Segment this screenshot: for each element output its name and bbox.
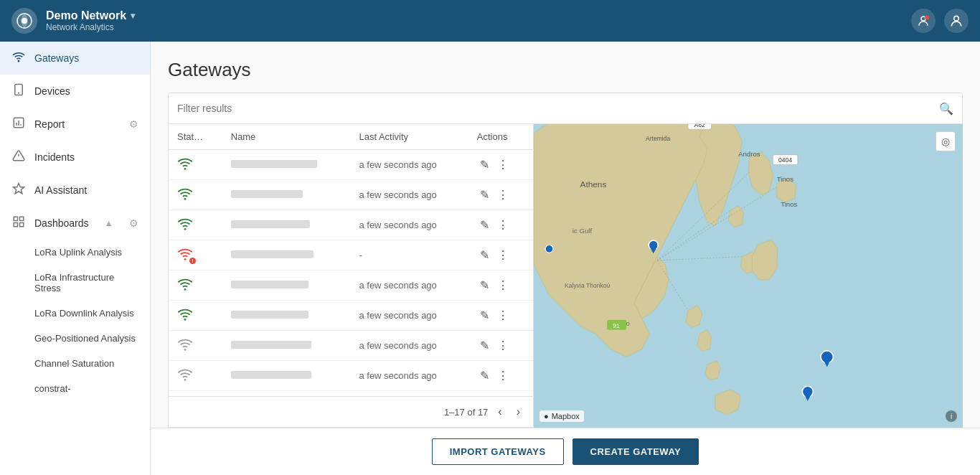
mapbox-icon: ● — [544, 412, 549, 420]
edit-button[interactable]: ✎ — [477, 307, 492, 324]
svg-point-3 — [925, 16, 929, 20]
col-actions: Actions — [468, 124, 533, 150]
map-controls: ◎ — [936, 131, 956, 151]
main-layout: Gateways Devices Report ⚙ — [0, 42, 980, 475]
last-activity-cell: a few seconds ago — [350, 210, 468, 240]
edit-button[interactable]: ✎ — [477, 247, 492, 263]
sidebar-sub-constrat[interactable]: constrat- — [0, 376, 150, 401]
table-row: a few seconds ago ✎ ⋮ — [169, 271, 533, 301]
last-activity-cell: - — [350, 240, 468, 271]
search-icon: 🔍 — [939, 102, 953, 116]
two-col-layout: Stat… Name Last Activity Actions — [168, 124, 963, 428]
table-row: a few seconds ago ✎ ⋮ — [169, 301, 533, 331]
pagination-row: 1–17 of 17 ‹ › — [169, 396, 533, 427]
wifi-icon — [11, 50, 26, 66]
svg-point-4 — [954, 16, 959, 21]
col-last-activity: Last Activity — [350, 124, 468, 150]
sidebar-label-report: Report — [34, 118, 65, 130]
last-activity-cell: a few seconds ago — [350, 180, 468, 210]
svg-text:Kalyvia Thorikoú: Kalyvia Thorikoú — [565, 282, 611, 289]
name-cell — [222, 210, 351, 240]
svg-marker-14 — [14, 184, 24, 194]
name-cell — [222, 180, 351, 210]
status-cell — [169, 180, 222, 210]
last-activity-cell: a few seconds ago — [350, 150, 468, 180]
page-content: Gateways 🔍 Stat… Name — [151, 42, 980, 428]
sidebar-sub-geo[interactable]: Geo-Positioned Analysis — [0, 326, 150, 351]
more-button[interactable]: ⋮ — [494, 367, 512, 384]
report-icon — [11, 116, 26, 132]
pagination-next[interactable]: › — [512, 404, 524, 420]
col-status: Stat… — [169, 124, 222, 150]
more-button[interactable]: ⋮ — [494, 307, 512, 324]
sidebar-sub-lora-infra[interactable]: LoRa Infrastructure Stress — [0, 265, 150, 301]
sidebar-item-incidents[interactable]: Incidents — [0, 141, 150, 174]
pagination-text: 1–17 of 17 — [444, 407, 488, 418]
more-button[interactable]: ⋮ — [494, 277, 512, 293]
status-cell — [169, 301, 222, 331]
status-cell — [169, 210, 222, 240]
edit-button[interactable]: ✎ — [477, 277, 492, 293]
name-cell — [222, 240, 351, 271]
more-button[interactable]: ⋮ — [494, 337, 512, 354]
report-settings-icon[interactable]: ⚙ — [129, 118, 138, 130]
svg-rect-15 — [14, 217, 17, 220]
sidebar-item-devices[interactable]: Devices — [0, 75, 150, 108]
status-cell: ! — [169, 240, 222, 271]
footer-buttons: IMPORT GATEWAYS CREATE GATEWAY — [151, 428, 980, 475]
edit-button[interactable]: ✎ — [477, 187, 492, 203]
dashboards-icon — [11, 215, 26, 231]
svg-text:Tinos: Tinos — [777, 175, 793, 183]
sidebar-sub-lora-uplink[interactable]: LoRa Uplink Analysis — [0, 240, 150, 265]
pagination-prev[interactable]: ‹ — [494, 404, 506, 420]
name-cell — [222, 301, 351, 331]
status-icon — [177, 337, 194, 354]
map-panel: Athens ic Gulf Lavrio Kalyvia Thorikoú A… — [534, 124, 963, 428]
device-icon — [11, 83, 26, 99]
table-row: a few seconds ago ✎ ⋮ — [169, 210, 533, 240]
actions-cell: ✎ ⋮ — [468, 391, 533, 397]
filter-input[interactable] — [177, 103, 939, 114]
dashboards-settings-icon[interactable]: ⚙ — [129, 217, 138, 229]
sidebar-label-incidents: Incidents — [34, 151, 75, 163]
edit-button[interactable]: ✎ — [477, 367, 492, 384]
more-button[interactable]: ⋮ — [494, 156, 512, 173]
notifications-button[interactable] — [911, 9, 936, 33]
create-gateway-button[interactable]: CREATE GATEWAY — [573, 438, 699, 465]
svg-point-25 — [184, 349, 187, 351]
sidebar-label-ai: AI Assistant — [34, 184, 87, 196]
actions-cell: ✎ ⋮ — [468, 301, 533, 331]
table-row: a few seconds ago ✎ ⋮ — [169, 331, 533, 361]
user-avatar[interactable] — [944, 9, 969, 33]
sidebar-item-ai-assistant[interactable]: AI Assistant — [0, 174, 150, 207]
mapbox-info-icon: i — [946, 410, 957, 422]
sidebar-item-report[interactable]: Report ⚙ — [0, 108, 150, 141]
svg-point-20 — [184, 198, 187, 200]
table-row: a few seconds ago ✎ ⋮ — [169, 150, 533, 180]
svg-text:A62: A62 — [694, 124, 706, 128]
status-cell — [169, 331, 222, 361]
sidebar-dashboards-section[interactable]: Dashboards ▲ ⚙ — [0, 207, 150, 240]
import-gateways-button[interactable]: IMPORT GATEWAYS — [432, 438, 564, 465]
more-button[interactable]: ⋮ — [494, 217, 512, 233]
content-area: Gateways 🔍 Stat… Name — [151, 42, 980, 475]
map-location-button[interactable]: ◎ — [936, 131, 956, 151]
edit-button[interactable]: ✎ — [477, 217, 492, 233]
svg-point-24 — [184, 319, 187, 321]
sidebar-sub-lora-downlink[interactable]: LoRa Downlink Analysis — [0, 301, 150, 326]
edit-button[interactable]: ✎ — [477, 156, 492, 173]
sidebar-sub-channel[interactable]: Channel Saturation — [0, 351, 150, 376]
name-cell — [222, 361, 351, 391]
more-button[interactable]: ⋮ — [494, 187, 512, 203]
status-icon — [177, 276, 194, 293]
sidebar-item-gateways[interactable]: Gateways — [0, 42, 150, 75]
more-button[interactable]: ⋮ — [494, 247, 512, 263]
col-name: Name — [222, 124, 351, 150]
edit-button[interactable]: ✎ — [477, 337, 492, 354]
svg-rect-17 — [20, 223, 24, 227]
svg-point-26 — [184, 379, 187, 381]
table-scroll: Stat… Name Last Activity Actions — [169, 124, 533, 396]
svg-point-23 — [184, 288, 187, 291]
status-icon — [177, 367, 194, 384]
svg-text:91: 91 — [613, 322, 620, 329]
